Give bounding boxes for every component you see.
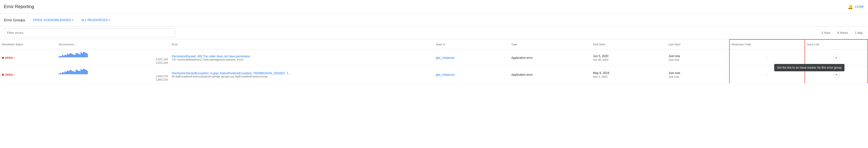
occurrence-count-2: 2,843,724: [59, 75, 168, 78]
first-seen-cell-1: Jun 5, 2020 Oct 30, 2022: [591, 49, 666, 66]
status-text-1: OPEN: [5, 56, 12, 59]
occurrence-bar: [61, 56, 62, 57]
occurrence-bars-1: [59, 52, 168, 57]
occurrence-bar: [83, 69, 84, 74]
occurrence-bar: [62, 72, 63, 74]
open-acknowledged-filter[interactable]: OPEN, ACKNOWLEDGED ▾: [31, 17, 75, 23]
status-dot-icon: [2, 57, 4, 59]
occurrence-bar: [81, 53, 82, 57]
all-resources-filter[interactable]: ALL RESOURCES ▾: [79, 17, 112, 23]
col-header-last-seen: Last Seen: [666, 39, 730, 49]
error-link-1[interactable]: PermissionDenied: 403 The caller does no…: [172, 55, 432, 58]
occurrence-bar: [74, 72, 75, 74]
chevron-down-icon-2: ▾: [109, 19, 110, 21]
chevron-down-icon: ▾: [72, 19, 73, 21]
bell-icon: 🔔: [848, 4, 853, 9]
occurrence-bar: [72, 71, 73, 74]
occurrence-bar: [78, 54, 79, 57]
occurrence-bar: [66, 72, 67, 74]
status-dropdown-icon[interactable]: ▾: [13, 57, 15, 59]
filter-errors-input[interactable]: [4, 28, 175, 37]
status-text-2: OPEN: [5, 73, 12, 76]
occurrence-bar: [86, 53, 87, 57]
filter-row: 1 hour 6 hours 1 day: [0, 26, 868, 39]
error-sub-2: 55 ApiExceptionFactory.java(com.google.a…: [172, 75, 432, 78]
status-cell-1: OPEN ▾: [0, 49, 57, 66]
response-code-cell-2: -: [730, 66, 805, 83]
occurrence-bar: [63, 72, 64, 74]
add-issue-link-button-2[interactable]: +: [833, 71, 840, 78]
last-seen-cell-2: Just now Just now: [666, 66, 730, 83]
issue-link-cell-1: + Set the link to an issue tracker for t…: [805, 49, 868, 66]
response-code-cell-1: -: [730, 49, 805, 66]
occurrences-cell-2: 2,843,724 2,843,724: [57, 66, 170, 83]
occurrence-bar: [69, 53, 70, 57]
time-1day[interactable]: 1 day: [853, 30, 864, 35]
status-dropdown-icon-2[interactable]: ▾: [13, 73, 15, 76]
occurrence-bar: [72, 54, 73, 57]
time-buttons: 1 hour 6 hours 1 day: [820, 30, 864, 35]
type-cell-1: Application error: [509, 49, 591, 66]
occurrence-bar: [76, 69, 77, 74]
occurrence-bar: [68, 54, 69, 57]
occurrence-bar: [73, 55, 74, 57]
occurrence-bar: [82, 53, 83, 57]
occurrence-bar: [81, 69, 82, 74]
occurrence-bar: [62, 55, 63, 57]
occurrence-bar: [63, 56, 64, 57]
occurrence-bar: [59, 73, 60, 74]
occurrence-bar: [59, 56, 60, 57]
error-table-container: Resolution Status Occurrences ↓ Error Se…: [0, 39, 868, 83]
error-cell-2: PermissionDeniedException: io.grpc.Statu…: [170, 66, 434, 83]
col-header-issue-link: Issue Link: [805, 39, 868, 49]
plus-icon-2: +: [835, 72, 837, 77]
table-row: OPEN ▾ 4,521,104 4,521,104 PermissionDen…: [0, 49, 868, 66]
occurrence-bar: [87, 70, 88, 74]
time-6hours[interactable]: 6 hours: [836, 30, 849, 35]
first-seen-cell-2: May 9, 2019 Nov 2, 2022: [591, 66, 666, 83]
time-1hour[interactable]: 1 hour: [820, 30, 832, 35]
app-title: Error Reporting: [4, 4, 34, 9]
conf-label: CONF: [855, 5, 864, 8]
last-seen-cell-1: Just now Just now: [666, 49, 730, 66]
col-header-status: Resolution Status: [0, 39, 57, 49]
occurrence-bar: [65, 71, 66, 74]
col-header-occurrences[interactable]: Occurrences ↓: [57, 39, 170, 49]
occurrence-bar: [71, 53, 72, 57]
add-issue-link-button-1[interactable]: + Set the link to an issue tracker for t…: [833, 54, 840, 61]
issue-link-cell-2: +: [805, 66, 868, 83]
col-header-seen-in: Seen In: [434, 39, 509, 49]
occurrence-bar: [84, 52, 85, 57]
occurrence-bar: [65, 55, 66, 57]
conf-button[interactable]: 🔔 CONF: [848, 4, 864, 9]
occurrences-cell-1: 4,521,104 4,521,104: [57, 49, 170, 66]
seen-in-link-2[interactable]: gke_instances: [436, 73, 455, 77]
occurrence-bar: [68, 71, 69, 74]
occurrence-bar: [77, 70, 78, 74]
occurrence-bar: [71, 70, 72, 74]
occurrence-bar: [67, 70, 68, 74]
seen-in-link-1[interactable]: gke_instances: [436, 56, 455, 60]
error-link-2[interactable]: PermissionDeniedException: io.grpc.Statu…: [172, 71, 432, 75]
occurrence-bar: [73, 71, 74, 74]
error-cell-1: PermissionDenied: 403 The caller does no…: [170, 49, 434, 66]
occurrence-bar: [80, 71, 80, 74]
col-header-first-seen: First Seen: [591, 39, 666, 49]
occurrence-bar: [69, 70, 70, 74]
error-sub-1: 737 /usr/local/lib/python2.7/site-packag…: [172, 58, 432, 61]
occurrence-bar: [83, 52, 84, 57]
occurrence-bar: [78, 70, 79, 74]
table-header-row: Resolution Status Occurrences ↓ Error Se…: [0, 39, 868, 49]
sub-header: Error Groups OPEN, ACKNOWLEDGED ▾ ALL RE…: [0, 14, 868, 26]
occurrence-bar: [76, 53, 77, 57]
seen-in-cell-1: gke_instances: [434, 49, 509, 66]
occurrence-bar: [80, 54, 80, 57]
occurrence-bars-2: [59, 68, 168, 74]
occurrence-bar: [77, 53, 78, 57]
table-row: OPEN ▾ 2,843,724 2,843,724 PermissionDen…: [0, 66, 868, 83]
occurrence-bar: [61, 73, 62, 74]
occurrence-count-alt-2: 2,843,724: [59, 78, 168, 81]
type-cell-2: Application error: [509, 66, 591, 83]
error-table: Resolution Status Occurrences ↓ Error Se…: [0, 39, 868, 83]
top-bar: Error Reporting 🔔 CONF: [0, 0, 868, 14]
